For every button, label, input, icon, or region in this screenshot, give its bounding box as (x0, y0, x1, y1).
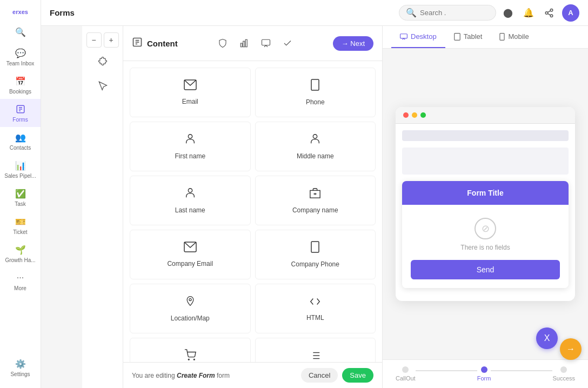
svg-rect-34 (400, 34, 407, 38)
content-header: Content → Next (123, 26, 382, 61)
browser-body: Form Title ⊘ There is no fields Send (396, 130, 575, 301)
content-icon (132, 37, 143, 50)
sidebar-item-sales-pipeline[interactable]: 📊 Sales Pipel... (0, 155, 41, 183)
form-item-label: Company name (292, 206, 338, 214)
sidebar-item-contacts[interactable]: 👥 Contacts (0, 127, 41, 155)
arrow-right-icon: → (566, 344, 575, 354)
progress-label-success: Success (552, 375, 575, 382)
form-item-company-phone[interactable]: Company Phone (255, 230, 376, 279)
task-icon: ✅ (15, 188, 26, 199)
progress-dot-callout (402, 366, 409, 373)
cursor-icon-button[interactable] (93, 76, 112, 95)
sidebar-item-settings[interactable]: ⚙️ Settings (0, 351, 41, 384)
sidebar-item-forms[interactable]: Forms (0, 99, 41, 127)
sidebar-item-bookings[interactable]: 📅 Bookings (0, 71, 41, 99)
sidebar-item-label: Forms (12, 117, 28, 123)
sidebar-item-more[interactable]: ··· More (0, 267, 41, 296)
svg-point-4 (550, 9, 553, 11)
step-icon-chart[interactable] (233, 32, 255, 54)
progress-step-success[interactable]: Success (552, 366, 575, 382)
float-arrow-button[interactable]: → (560, 338, 582, 360)
svg-point-20 (188, 189, 192, 192)
svg-point-27 (193, 359, 195, 360)
float-x-button[interactable]: X (536, 327, 558, 349)
step-icon-check[interactable] (277, 32, 298, 54)
step-icon-shield[interactable] (212, 32, 233, 54)
form-item-middle-name[interactable]: Middle name (255, 122, 376, 171)
brand-label: erxes (12, 4, 28, 22)
form-card: Form Title ⊘ There is no fields Send (402, 181, 569, 288)
notification-bell-icon: 🔔 (523, 8, 534, 18)
tab-tablet-label: Tablet (464, 32, 483, 41)
no-fields-icon: ⊘ (475, 218, 496, 239)
ticket-icon: 🎫 (15, 216, 26, 228)
cancel-button[interactable]: Cancel (301, 368, 338, 383)
svg-point-26 (188, 359, 189, 360)
zoom-out-button[interactable]: − (86, 32, 102, 48)
cart-icon (184, 349, 196, 362)
svg-point-19 (313, 135, 317, 138)
notifications-button[interactable]: 🔔 (521, 5, 536, 21)
browser-dot-yellow (412, 112, 417, 118)
sidebar-item-label: Sales Pipel... (4, 173, 36, 179)
search-bar[interactable]: 🔍 (399, 5, 496, 21)
form-item-label: Company Email (167, 260, 213, 267)
progress-label-callout: CallOut (396, 375, 416, 382)
form-item-last-name[interactable]: Last name (130, 176, 251, 225)
search-input[interactable] (420, 9, 490, 17)
sidebar-item-task[interactable]: ✅ Task (0, 183, 41, 211)
sidebar-item-label: Growth Ha... (5, 257, 35, 263)
step-icon-monitor[interactable] (255, 32, 277, 54)
person-icon (309, 133, 321, 148)
zoom-controls: − + (86, 32, 119, 48)
progress-step-form[interactable]: Form (477, 366, 491, 382)
person-icon (184, 133, 196, 148)
content-title: Content (132, 37, 178, 50)
form-item-phone[interactable]: Phone (255, 68, 376, 117)
page-stripe-1 (402, 130, 569, 141)
more-icon: ··· (15, 272, 26, 284)
sidebar-item-label: Contacts (10, 145, 31, 151)
svg-line-8 (547, 10, 550, 12)
sidebar-search[interactable]: 🔍 (13, 22, 28, 43)
form-item-label: Company Phone (291, 260, 339, 268)
form-item-object-list[interactable]: Object List (255, 338, 376, 362)
form-item-html[interactable]: HTML (255, 284, 376, 333)
sidebar-item-ticket[interactable]: 🎫 Ticket (0, 211, 41, 239)
content-panel: Content → Next (123, 26, 383, 388)
save-button[interactable]: Save (342, 368, 373, 383)
share-icon[interactable] (542, 5, 557, 21)
form-item-label: HTML (306, 314, 324, 322)
tab-desktop[interactable]: Desktop (391, 26, 445, 48)
bottom-bar: You are editing Create Form form Cancel … (123, 362, 382, 388)
send-button[interactable]: Send (411, 260, 560, 279)
sidebar-item-growth-hack[interactable]: 🌱 Growth Ha... (0, 239, 41, 267)
svg-rect-14 (243, 41, 245, 47)
html-icon (309, 296, 321, 310)
form-item-label: First name (175, 152, 205, 160)
form-item-company-email[interactable]: Company Email (130, 230, 251, 279)
tab-mobile[interactable]: Mobile (491, 26, 537, 48)
progress-step-callout[interactable]: CallOut (396, 366, 416, 382)
content-title-text: Content (147, 39, 178, 48)
page-title: Forms (50, 8, 395, 17)
forms-icon (15, 103, 26, 115)
bottom-buttons: Cancel Save (301, 368, 373, 383)
form-item-first-name[interactable]: First name (130, 122, 251, 171)
svg-rect-37 (500, 33, 504, 40)
form-item-location-map[interactable]: Location/Map (130, 284, 251, 333)
search-icon: 🔍 (406, 8, 417, 18)
puzzle-icon-button[interactable] (93, 52, 112, 71)
tab-tablet[interactable]: Tablet (445, 26, 491, 48)
form-item-company-name[interactable]: Company name (255, 176, 376, 225)
form-item-label: Location/Map (171, 315, 210, 322)
zoom-in-button[interactable]: + (104, 32, 119, 48)
form-item-product-service[interactable]: Product/Service (130, 338, 251, 362)
avatar[interactable]: A (562, 4, 579, 22)
form-item-email[interactable]: Email (130, 68, 251, 117)
sidebar-item-team-inbox[interactable]: 💬 Team Inbox (0, 43, 41, 71)
topbar: Forms 🔍 ⬤ 🔔 A (41, 0, 588, 26)
progress-line-2 (491, 370, 552, 371)
preview-tabs: Desktop Tablet Mobile (383, 26, 588, 49)
next-button[interactable]: → Next (333, 36, 373, 51)
